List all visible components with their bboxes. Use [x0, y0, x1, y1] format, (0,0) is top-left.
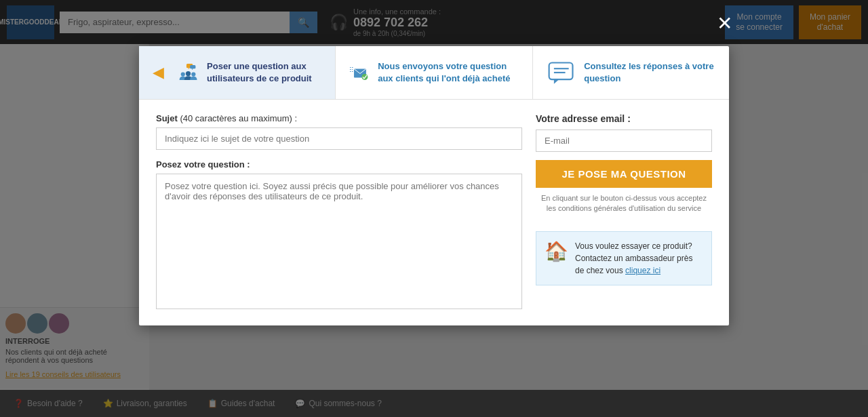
svg-point-5 [186, 71, 191, 76]
right-column: Votre adresse email : JE POSE MA QUESTIO… [536, 113, 712, 312]
chat-bubble-icon [547, 56, 576, 89]
step-1: ◀ Poser une question aux utilisateurs de… [139, 46, 336, 99]
house-icon: 🏠 [545, 240, 568, 262]
svg-marker-15 [554, 79, 559, 84]
ambassador-link[interactable]: cliquez ici [625, 266, 660, 275]
email-label: Votre adresse email : [536, 113, 712, 124]
svg-point-4 [181, 72, 185, 76]
back-button[interactable]: ◀ [153, 64, 164, 81]
subject-field-label: Sujet (40 caractères au maximum) : [156, 113, 522, 123]
left-column: Sujet (40 caractères au maximum) : Posez… [156, 113, 522, 312]
email-input[interactable] [536, 130, 712, 152]
close-button[interactable]: ✕ [717, 12, 732, 35]
step-3: Consultez les réponses à votre question [533, 46, 729, 99]
step-2-text: Nous envoyons votre question aux clients… [378, 60, 518, 85]
svg-point-6 [191, 72, 195, 76]
people-group-icon [178, 56, 199, 89]
question-modal: ✕ ◀ Poser une question aux utilisateurs … [139, 46, 729, 325]
envelope-check-icon [349, 56, 370, 89]
modal-body: Sujet (40 caractères au maximum) : Posez… [139, 100, 729, 325]
subject-input[interactable] [156, 127, 522, 150]
step-2: Nous envoyons votre question aux clients… [336, 46, 532, 99]
svg-marker-1 [189, 68, 190, 69]
svg-rect-2 [190, 65, 195, 68]
question-label: Posez votre question : [156, 159, 522, 170]
svg-point-11 [362, 74, 368, 80]
submit-question-button[interactable]: JE POSE MA QUESTION [536, 160, 712, 188]
svg-rect-12 [549, 62, 572, 79]
terms-text: En cliquant sur le bouton ci-dessus vous… [536, 193, 712, 214]
ambassador-text: Vous voulez essayer ce produit? Contacte… [575, 240, 703, 277]
step-3-text: Consultez les réponses à votre question [584, 60, 715, 85]
steps-header: ◀ Poser une question aux utilisateurs de… [139, 46, 729, 100]
step-1-text: Poser une question aux utilisateurs de c… [207, 60, 321, 85]
question-textarea[interactable] [156, 174, 522, 309]
ambassador-box: 🏠 Vous voulez essayer ce produit? Contac… [536, 231, 712, 285]
svg-marker-3 [192, 68, 193, 70]
